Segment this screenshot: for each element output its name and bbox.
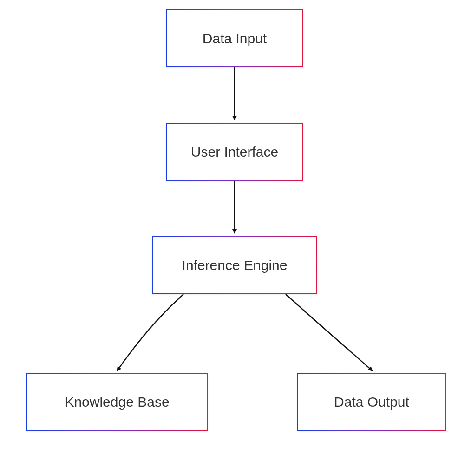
node-data-output: Data Output (297, 373, 446, 431)
node-data-input: Data Input (166, 9, 303, 67)
node-label: Inference Engine (182, 258, 288, 273)
node-label: Data Input (203, 31, 267, 46)
edge-inference-engine-to-data-output (286, 294, 373, 371)
node-label: User Interface (191, 144, 278, 160)
node-inference-engine: Inference Engine (152, 236, 317, 294)
diagram-canvas: Data Input User Interface Inference Engi… (0, 0, 471, 476)
node-label: Knowledge Base (65, 394, 169, 410)
node-label: Data Output (334, 394, 409, 410)
node-knowledge-base: Knowledge Base (26, 373, 208, 431)
edge-inference-engine-to-knowledge-base (117, 294, 183, 371)
node-user-interface: User Interface (166, 123, 303, 181)
